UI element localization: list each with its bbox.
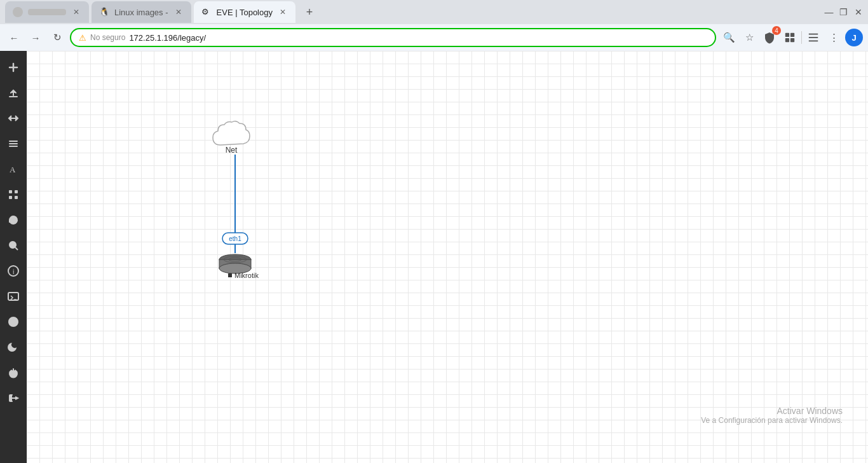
tab-blank-title: [28, 9, 66, 15]
title-bar: ✕ 🐧 Linux images - ✕ ⚙ EVE | Topology ✕ …: [0, 0, 868, 24]
sidebar-item-power[interactable]: [2, 361, 25, 384]
back-button[interactable]: ←: [5, 29, 23, 46]
sidebar-item-darkmode[interactable]: [2, 336, 25, 359]
nav-bar: ← → ↻ ⚠ No seguro 172.25.1.196/legacy/ 🔍…: [0, 24, 868, 51]
zoom-button[interactable]: 🔍: [720, 29, 738, 46]
svg-rect-7: [9, 141, 18, 142]
url-text: 172.25.1.196/legacy/: [129, 33, 707, 43]
tab-linux-title: Linux images -: [114, 8, 168, 17]
tab-eve-close[interactable]: ✕: [278, 7, 288, 17]
sidebar-item-timer[interactable]: [2, 310, 25, 333]
svg-rect-9: [9, 146, 18, 147]
topology-svg: eth1 Net: [27, 51, 868, 463]
new-tab-button[interactable]: +: [301, 3, 318, 21]
watermark-line2: Ve a Configuración para activar Windows.: [701, 416, 843, 425]
address-bar-container: ⚠ No seguro 172.25.1.196/legacy/: [70, 28, 716, 47]
tab-eve-favicon: ⚙: [201, 7, 212, 17]
extensions-button[interactable]: [781, 29, 799, 46]
windows-watermark: Activar Windows Ve a Configuración para …: [701, 406, 843, 425]
tab-linux[interactable]: 🐧 Linux images - ✕: [92, 1, 191, 23]
nav-right-controls: 🔍 ☆ 4 ⋮ J: [720, 29, 863, 46]
sidebar-item-text[interactable]: A: [2, 158, 25, 181]
svg-rect-8: [9, 143, 18, 144]
extension-shield-button[interactable]: 4: [761, 29, 778, 46]
svg-point-15: [10, 242, 16, 248]
topology-canvas[interactable]: eth1 Net: [27, 51, 868, 463]
svg-rect-5: [809, 37, 818, 38]
sidebar-item-logout[interactable]: [2, 387, 25, 410]
sidebar-item-grid[interactable]: [2, 183, 25, 206]
close-button[interactable]: ✕: [853, 8, 863, 17]
router-node[interactable]: Mikrotik: [219, 254, 259, 279]
svg-rect-19: [8, 293, 18, 300]
svg-rect-0: [785, 33, 789, 37]
sidebar-item-connect[interactable]: [2, 107, 25, 130]
tab-linux-close[interactable]: ✕: [173, 7, 184, 17]
main-content: A i: [0, 51, 868, 463]
sidebar-item-upload[interactable]: [2, 81, 25, 104]
tab-blank-favicon: [13, 7, 23, 17]
left-sidebar: A i: [0, 51, 27, 463]
tab-linux-favicon: 🐧: [99, 7, 109, 17]
minimize-button[interactable]: —: [824, 8, 834, 17]
sidebar-item-info[interactable]: i: [2, 259, 25, 282]
svg-rect-2: [785, 38, 789, 42]
sidebar-item-list[interactable]: [2, 132, 25, 155]
more-menu-button[interactable]: ⋮: [825, 29, 843, 46]
sidebar-item-console[interactable]: [2, 285, 25, 308]
bookmark-button[interactable]: ☆: [740, 29, 758, 46]
security-label: No seguro: [90, 33, 125, 42]
insecure-icon: ⚠: [79, 33, 86, 43]
tab-blank-close[interactable]: ✕: [71, 7, 81, 17]
cloud-label-text: Net: [226, 146, 238, 155]
svg-rect-14: [15, 196, 18, 199]
profile-avatar[interactable]: J: [845, 29, 863, 46]
tab-eve[interactable]: ⚙ EVE | Topology ✕: [194, 1, 295, 23]
forward-button[interactable]: →: [27, 29, 44, 46]
separator: [801, 31, 802, 44]
svg-text:A: A: [10, 165, 16, 174]
sidebar-item-zoom[interactable]: [2, 234, 25, 257]
cloud-node[interactable]: Net: [213, 121, 250, 155]
browser-frame: ✕ 🐧 Linux images - ✕ ⚙ EVE | Topology ✕ …: [0, 0, 868, 463]
reload-button[interactable]: ↻: [48, 29, 66, 46]
sidebar-item-add[interactable]: [2, 56, 25, 79]
maximize-button[interactable]: ❐: [839, 8, 848, 17]
svg-rect-4: [809, 34, 818, 35]
router-label-text: Mikrotik: [234, 272, 259, 279]
svg-rect-13: [9, 196, 12, 199]
port-label-text: eth1: [229, 235, 241, 242]
window-controls: — ❐ ✕: [824, 8, 863, 17]
sidebar-item-refresh[interactable]: [2, 209, 25, 232]
svg-rect-6: [809, 41, 818, 42]
svg-text:i: i: [13, 268, 14, 275]
tab-eve-title: EVE | Topology: [217, 8, 273, 17]
address-bar[interactable]: ⚠ No seguro 172.25.1.196/legacy/: [70, 28, 716, 47]
tab-blank[interactable]: ✕: [5, 1, 89, 23]
svg-line-16: [15, 247, 18, 250]
svg-rect-3: [790, 38, 794, 42]
extension-badge: 4: [772, 26, 781, 35]
watermark-line1: Activar Windows: [701, 406, 843, 416]
svg-rect-12: [15, 190, 18, 193]
svg-rect-1: [790, 33, 794, 37]
mikrotik-icon: [228, 273, 232, 277]
svg-rect-11: [9, 190, 12, 193]
profile-toggle-button[interactable]: [804, 29, 822, 46]
